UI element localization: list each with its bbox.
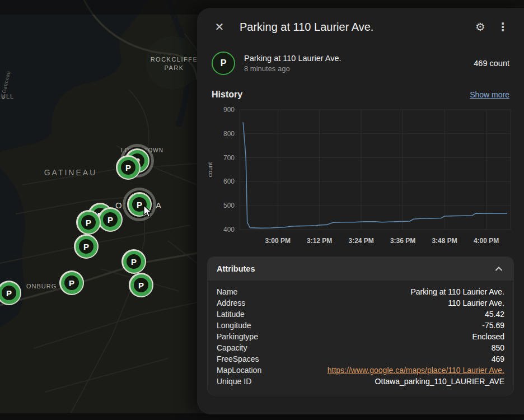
overflow-menu-icon[interactable]: ⋮: [492, 16, 514, 38]
entity-name: Parking at 110 Laurier Ave.: [244, 54, 341, 63]
parking-icon: P: [79, 239, 93, 254]
svg-text:500: 500: [223, 202, 235, 209]
attribute-row: Latitude45.42: [217, 309, 504, 320]
marker-ring: P: [76, 236, 97, 258]
entity-texts: Parking at 110 Laurier Ave. 8 minutes ag…: [244, 54, 341, 73]
attribute-value: 850: [492, 342, 504, 353]
close-glyph: ✕: [215, 21, 224, 32]
parking-icon: P: [127, 254, 141, 269]
entity-dialog: ✕ Parking at 110 Laurier Ave. ⚙ ⋮ P Park…: [197, 8, 524, 414]
gear-icon[interactable]: ⚙: [469, 16, 492, 38]
history-heading: History: [212, 90, 242, 100]
parking-marker[interactable]: P: [59, 270, 84, 295]
svg-text:3:00 PM: 3:00 PM: [265, 237, 291, 245]
attribute-row: FreeSpaces469: [217, 353, 504, 365]
parking-marker[interactable]: P: [76, 210, 101, 235]
history-section-header: History Show more: [197, 75, 524, 104]
attributes-rows: NameParking at 110 Laurier Ave.Address11…: [208, 281, 513, 395]
attribute-label: Address: [217, 297, 256, 309]
attribute-label: Name: [217, 286, 249, 297]
svg-text:800: 800: [223, 130, 235, 138]
attribute-label: Longitude: [217, 320, 263, 331]
marker-ring: P: [123, 251, 145, 273]
parking-marker[interactable]: P: [74, 234, 99, 259]
attribute-row: Capacity850: [217, 342, 504, 353]
attribute-label: Capacity: [217, 342, 258, 353]
svg-text:600: 600: [223, 178, 235, 185]
attribute-value: 110 Laurier Ave.: [448, 297, 504, 309]
attribute-value: 45.42: [485, 309, 504, 320]
parking-marker[interactable]: P: [121, 249, 146, 274]
marker-ring: P: [130, 274, 152, 296]
attribute-value: Ottawa_parking_110_LAURIER_AVE: [375, 376, 504, 387]
svg-text:4:00 PM: 4:00 PM: [474, 237, 499, 245]
parking-marker[interactable]: P: [116, 155, 141, 180]
parking-icon: P: [134, 278, 148, 292]
attribute-row: NameParking at 110 Laurier Ave.: [217, 286, 504, 297]
parking-icon: P: [132, 197, 147, 212]
svg-text:3:12 PM: 3:12 PM: [307, 237, 332, 245]
attribute-label: Parkingtype: [217, 331, 269, 342]
attribute-value: Enclosed: [472, 331, 504, 342]
attribute-link[interactable]: https://www.google.ca/maps/place/110 Lau…: [328, 365, 504, 376]
dialog-title: Parking at 110 Laurier Ave.: [240, 21, 469, 34]
attribute-value: 469: [492, 353, 504, 365]
attribute-label: Unique ID: [217, 376, 263, 387]
marker-ring: P: [100, 209, 121, 231]
entity-last-changed: 8 minutes ago: [244, 64, 341, 73]
marker-ring: P: [129, 194, 151, 216]
parking-marker[interactable]: P: [129, 273, 153, 297]
entity-summary-row[interactable]: P Parking at 110 Laurier Ave. 8 minutes …: [197, 38, 524, 75]
parking-icon: P: [64, 276, 79, 290]
attribute-row: ParkingtypeEnclosed: [217, 331, 504, 342]
close-icon[interactable]: ✕: [208, 16, 231, 38]
dialog-header: ✕ Parking at 110 Laurier Ave. ⚙ ⋮: [197, 8, 524, 38]
marker-ring: P: [61, 272, 83, 294]
overflow-glyph: ⋮: [497, 21, 508, 32]
attribute-row: MapLocationhttps://www.google.ca/maps/pl…: [217, 365, 504, 376]
parking-icon: P: [81, 215, 96, 230]
show-more-link[interactable]: Show more: [470, 90, 509, 99]
parking-marker[interactable]: P: [98, 207, 123, 232]
parking-marker[interactable]: P: [127, 192, 152, 217]
entity-state: 469 count: [474, 59, 509, 68]
svg-text:3:24 PM: 3:24 PM: [349, 237, 374, 245]
parking-icon: P: [103, 212, 118, 227]
attribute-row: Longitude-75.69: [217, 320, 504, 331]
gear-glyph: ⚙: [475, 21, 485, 32]
attribute-label: FreeSpaces: [217, 353, 270, 365]
attributes-card: Attributes NameParking at 110 Laurier Av…: [207, 256, 514, 395]
marker-ring: P: [0, 282, 20, 304]
attribute-row: Unique IDOttawa_parking_110_LAURIER_AVE: [217, 376, 504, 387]
svg-text:count: count: [207, 162, 213, 178]
svg-text:400: 400: [223, 226, 235, 234]
attribute-label: MapLocation: [217, 365, 273, 376]
attribute-row: Address110 Laurier Ave.: [217, 297, 504, 309]
parking-entity-icon: P: [212, 52, 235, 75]
svg-text:900: 900: [223, 106, 235, 114]
svg-text:700: 700: [223, 154, 235, 162]
attribute-value: -75.69: [482, 320, 504, 331]
attributes-header[interactable]: Attributes: [208, 257, 513, 281]
attributes-heading: Attributes: [217, 264, 255, 273]
svg-text:3:48 PM: 3:48 PM: [432, 237, 457, 245]
attribute-label: Latitude: [217, 309, 256, 320]
attribute-value: Parking at 110 Laurier Ave.: [410, 286, 504, 297]
svg-text:3:36 PM: 3:36 PM: [390, 237, 415, 245]
parking-icon: P: [2, 286, 16, 300]
chevron-up-icon: [493, 263, 504, 274]
parking-icon: P: [121, 160, 135, 175]
history-chart[interactable]: 4005006007008009003:00 PM3:12 PM3:24 PM3…: [205, 104, 516, 249]
marker-ring: P: [118, 157, 139, 179]
marker-ring: P: [78, 212, 100, 234]
